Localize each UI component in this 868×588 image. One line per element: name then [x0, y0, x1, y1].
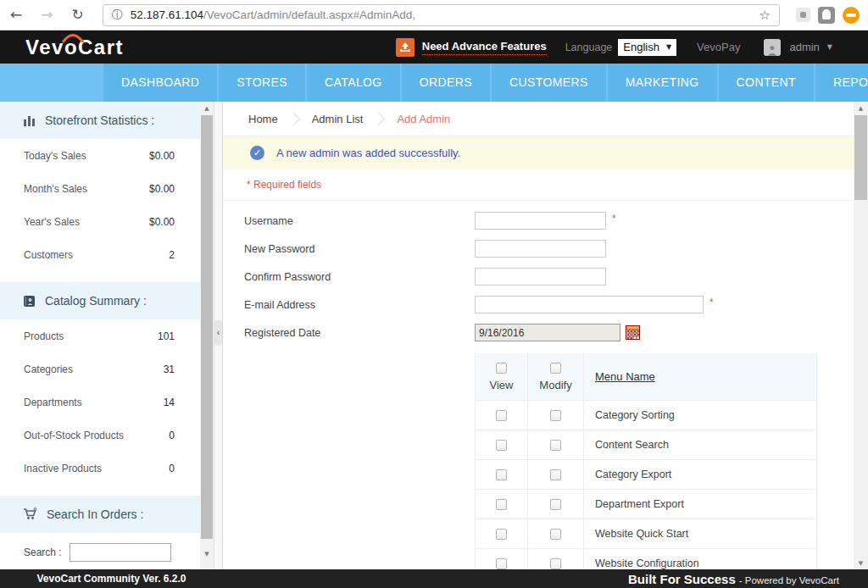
required-asterisk: *: [612, 213, 616, 225]
vevopay-link[interactable]: VevoPay: [697, 41, 740, 53]
vevocart-admin-page: ← → ↻ ⓘ 52.187.61.104/VevoCart/admin/def…: [0, 0, 868, 588]
puzzle-icon: [796, 8, 810, 22]
stat-value: 0: [169, 430, 175, 441]
vevocart-logo[interactable]: VevoCart: [25, 36, 124, 59]
scroll-down-icon[interactable]: ▼: [200, 551, 214, 557]
modify-checkbox[interactable]: [550, 410, 561, 421]
menu-name-cell: Category Export: [584, 459, 817, 489]
collapse-sidebar-handle[interactable]: ‹: [214, 320, 222, 346]
view-checkbox[interactable]: [496, 558, 507, 569]
nav-item[interactable]: CUSTOMERS: [492, 64, 606, 102]
modify-checkbox[interactable]: [550, 440, 561, 451]
language-select[interactable]: English ▼: [618, 39, 676, 56]
menu-name-cell: Website Quick Start: [584, 519, 817, 548]
url-bar[interactable]: ⓘ 52.187.61.104/VevoCart/admin/default.a…: [103, 4, 780, 26]
form-row: Confirm Password: [223, 263, 854, 291]
success-banner: ✓ A new admin was added successfully.: [223, 136, 854, 169]
user-menu-caret-icon[interactable]: ▼: [827, 43, 832, 51]
modify-all-checkbox[interactable]: [550, 363, 561, 374]
nav-item[interactable]: CATALOG: [307, 64, 400, 102]
upload-icon[interactable]: [396, 38, 415, 57]
back-icon[interactable]: ←: [10, 8, 22, 22]
sidebar-scrollbar[interactable]: ▲ ▼: [200, 102, 214, 569]
field-label: E-mail Address: [244, 299, 475, 311]
view-all-checkbox[interactable]: [496, 363, 507, 374]
contact-card-icon: [23, 295, 36, 308]
view-checkbox[interactable]: [496, 440, 507, 451]
stat-label: Departments: [24, 397, 82, 408]
modify-column-label: Modify: [539, 379, 571, 391]
nav-item[interactable]: DASHBOARD: [103, 64, 217, 102]
sidebar: Storefront Statistics : Today's Sales $0…: [0, 102, 200, 569]
view-checkbox[interactable]: [496, 410, 507, 421]
search-label: Search :: [24, 546, 62, 558]
adblock-minus-icon: [843, 7, 860, 24]
breadcrumb: Home Admin List Add Admin: [223, 102, 854, 136]
stat-value: 2: [169, 249, 175, 261]
stat-label: Inactive Products: [24, 463, 102, 474]
scroll-up-icon[interactable]: ▲: [200, 105, 214, 112]
extension-icon-2[interactable]: [818, 7, 835, 24]
stat-label: Products: [24, 330, 64, 342]
refresh-icon[interactable]: ↻: [72, 8, 84, 22]
forward-icon[interactable]: →: [41, 8, 53, 22]
main-scrollbar[interactable]: ▲ ▼: [854, 102, 868, 569]
user-avatar[interactable]: [764, 39, 781, 56]
breadcrumb-item[interactable]: Admin List: [312, 113, 364, 125]
extension-icon-1[interactable]: [796, 8, 810, 22]
field-input[interactable]: [475, 240, 606, 258]
stat-label: Month's Sales: [24, 183, 87, 195]
nav-item[interactable]: CONTENT: [719, 64, 814, 102]
field-label: New Password: [244, 243, 475, 255]
stat-value: 31: [164, 363, 175, 375]
nav-item[interactable]: REPORTS: [815, 64, 868, 102]
breadcrumb-item[interactable]: Home: [248, 113, 278, 125]
stat-label: Out-of-Stock Products: [24, 430, 124, 441]
menu-name-sort-link[interactable]: Menu Name: [595, 370, 655, 383]
calendar-icon[interactable]: [626, 325, 640, 340]
language-value: English: [623, 41, 659, 53]
stat-value: $0.00: [149, 183, 175, 195]
field-input[interactable]: [475, 296, 704, 313]
version-label: VevoCart Community Ver. 6.2.0: [0, 573, 223, 585]
stat-row: Categories 31: [0, 352, 200, 386]
main-nav: DASHBOARDSTORESCATALOGORDERSCUSTOMERSMAR…: [0, 64, 868, 102]
storefront-statistics-section: Storefront Statistics : Today's Sales $0…: [0, 102, 200, 271]
nav-item[interactable]: MARKETING: [608, 64, 717, 102]
modify-checkbox[interactable]: [550, 499, 561, 510]
nav-item[interactable]: STORES: [219, 64, 305, 102]
footer-powered-by: - Powered by VevoCart: [739, 575, 839, 585]
field-input[interactable]: [475, 268, 606, 286]
sidebar-scrollbar-thumb[interactable]: [201, 115, 213, 539]
section-title: Catalog Summary :: [45, 294, 147, 308]
bookmark-star-icon[interactable]: ☆: [760, 8, 771, 23]
view-checkbox[interactable]: [496, 529, 507, 540]
scroll-down-icon[interactable]: ▼: [854, 560, 868, 567]
browser-toolbar: ← → ↻ ⓘ 52.187.61.104/VevoCart/admin/def…: [0, 0, 868, 31]
extension-icon-3[interactable]: [843, 7, 860, 24]
nav-item[interactable]: ORDERS: [402, 64, 490, 102]
required-asterisk: *: [709, 297, 714, 308]
view-checkbox[interactable]: [496, 499, 507, 510]
info-icon[interactable]: ⓘ: [112, 8, 123, 23]
need-advance-features-link[interactable]: Need Advance Features: [422, 40, 547, 55]
main-scrollbar-thumb[interactable]: [854, 115, 867, 200]
modify-checkbox[interactable]: [550, 558, 561, 569]
field-label: Registered Date: [244, 327, 475, 339]
username-label[interactable]: admin: [789, 41, 819, 53]
logo-swoosh-icon: [62, 32, 84, 43]
field-input[interactable]: [475, 212, 606, 230]
field-input[interactable]: [475, 324, 620, 341]
scroll-up-icon[interactable]: ▲: [854, 105, 868, 112]
stat-label: Today's Sales: [24, 150, 86, 162]
order-search-input[interactable]: [70, 543, 171, 562]
modify-checkbox[interactable]: [550, 529, 561, 540]
stat-row: Month's Sales $0.00: [0, 172, 200, 205]
view-column-header: View: [476, 353, 528, 400]
breadcrumb-item[interactable]: Add Admin: [397, 113, 450, 125]
stat-row: Inactive Products 0: [0, 452, 200, 485]
url-text[interactable]: 52.187.61.104/VevoCart/admin/default.asp…: [131, 8, 753, 21]
footer: VevoCart Community Ver. 6.2.0 Built For …: [0, 569, 868, 588]
view-checkbox[interactable]: [496, 469, 507, 480]
modify-checkbox[interactable]: [550, 469, 561, 480]
